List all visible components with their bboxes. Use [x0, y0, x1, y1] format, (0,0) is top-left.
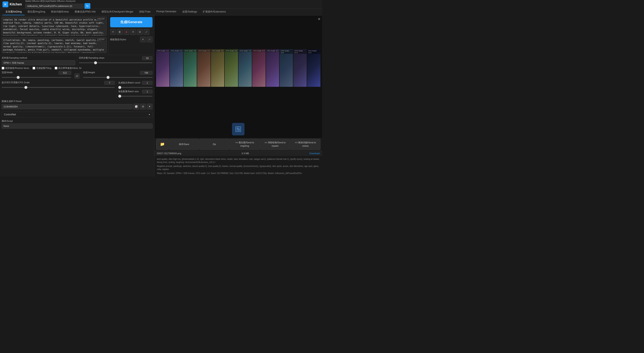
height-slider[interactable] [83, 77, 152, 78]
cfg-img-11[interactable]: CFG Scale: 11.0 [293, 49, 307, 87]
seed-input[interactable] [2, 104, 132, 109]
cfg-img-5[interactable]: CFG Scale: 5.0 [211, 49, 224, 87]
sampling-method-dropdown[interactable]: DPM++ SDE Karras [2, 60, 75, 65]
tab-checkpoint-merger[interactable]: 模型合并/Checkpoint Merger [99, 9, 136, 15]
expand-styles-button[interactable]: ⤢ [147, 36, 152, 42]
apply-style-button[interactable]: ● [124, 29, 129, 35]
script-section: 脚本/Script None [0, 118, 154, 130]
cfg-img-4[interactable]: CFG Scale: 4.0 [197, 49, 210, 87]
send-to-inpaint-button[interactable]: >> 局部绘制/Send to inpaint [260, 139, 290, 150]
cfg-slider[interactable] [2, 87, 115, 88]
refresh-model-button[interactable]: ↻ [84, 3, 90, 9]
cfg-img-7[interactable]: CFG Scale: 7.0 [238, 49, 252, 87]
edit-style-button[interactable]: ✏ [110, 29, 116, 35]
negative-prompt-counter: 110/150 [96, 38, 105, 41]
logo-icon: K [2, 2, 8, 7]
sampling-method-label: 采样器/Sampling method [2, 56, 75, 60]
batch-size-label: 每批数量/Batch size [118, 90, 139, 93]
batch-count-input[interactable] [142, 81, 152, 85]
copy-style-button[interactable]: ⧉ [137, 29, 143, 35]
sampling-steps-section: 采样步数/Sampling steps [77, 55, 154, 66]
sampling-steps-slider[interactable] [79, 62, 152, 63]
image-viewer: CFG Scale: 1.0 CFG Scale: 2.0 CFG Scale:… [154, 16, 322, 138]
restore-faces-checkbox[interactable]: 面部修复/Restore faces [2, 66, 29, 70]
save-button[interactable]: 保存/Save [169, 139, 199, 150]
positive-prompt-input[interactable]: complex 3d render ultra detailed of a be… [2, 17, 106, 36]
hires-fix-checkbox[interactable]: 高分辨率修复/Hires. fix [55, 66, 82, 70]
batch-size-input[interactable] [142, 90, 152, 94]
height-input[interactable] [140, 71, 152, 75]
cfg-value-input[interactable] [104, 81, 115, 85]
send-to-extras-button[interactable]: >> 附加功能/Send to extras [290, 139, 320, 150]
positive-prompt-wrapper: 144/150 complex 3d render ultra detailed… [2, 17, 106, 36]
send-to-img2img-button[interactable]: >> 图生图/Send to img2img [230, 139, 260, 150]
styles-label: 模板预览/Styles [110, 38, 126, 41]
center-image-icon[interactable] [232, 123, 244, 136]
width-slider[interactable] [2, 77, 71, 78]
tab-extras[interactable]: 附加功能/Extras [48, 9, 72, 15]
clear-style-button[interactable]: ✕ [130, 29, 136, 35]
cfg-label-11: CFG Scale: 11.0 [294, 50, 307, 54]
cfg-img-9[interactable]: CFG Scale: 9.0 [266, 49, 279, 87]
height-section: 高度/Height [81, 70, 154, 80]
positive-info: best quality, ultra high res, (photoreal… [157, 158, 320, 164]
cfg-label: 提示词引导系数/CFG Scale [2, 81, 30, 85]
cfg-img-8[interactable]: CFG Scale: 8.0 [252, 49, 266, 87]
prompt-area: 144/150 complex 3d render ultra detailed… [0, 16, 154, 55]
cfg-img-12[interactable]: CFG Scale: 12.0 [307, 49, 320, 87]
model-dropdown[interactable]: chilloutmix_NiPrunedFp32Fix.safetensors … [25, 4, 84, 8]
center-icon-area [154, 120, 322, 138]
cfg-label-5: CFG Scale: 5.0 [211, 50, 224, 52]
sampling-steps-value[interactable] [142, 56, 152, 60]
tab-png-info[interactable]: 图像信息/PNG Info [72, 9, 99, 15]
width-label: 宽度/Width [2, 71, 13, 75]
cfg-img-10[interactable]: CFG Scale: 10.0 [280, 49, 293, 87]
open-folder-button[interactable]: 📁 [156, 139, 168, 150]
cfg-img-1[interactable]: CFG Scale: 1.0 [156, 49, 170, 87]
close-output-button[interactable]: ✕ [318, 17, 320, 21]
cfg-img-6[interactable]: CFG Scale: 6.0 [225, 49, 238, 87]
clear-styles-button[interactable]: ✕ [140, 36, 146, 42]
output-panel: ✕ CFG Scale: 1.0 CFG Scale: 2.0 [154, 16, 322, 176]
expand-style-button[interactable]: ⤢ [144, 29, 149, 35]
cfg-img-2[interactable]: CFG Scale: 2.0 [170, 49, 183, 87]
generate-button[interactable]: 生成/Generate [110, 17, 152, 27]
cfg-img-3[interactable]: CFG Scale: 3.0 [184, 49, 197, 87]
swap-dimensions-button[interactable]: ⇄ [74, 74, 80, 78]
model-selector: chilloutmix_NiPrunedFp32Fix.safetensors … [25, 3, 90, 9]
cfg-label-3: CFG Scale: 3.0 [184, 50, 197, 52]
batch-size-slider[interactable] [118, 96, 152, 96]
seed-dice-button[interactable]: 🎲 [133, 104, 139, 110]
tab-prompt-generator[interactable]: Prompt Generator [154, 9, 180, 15]
seed-extra-button[interactable]: ▼ [147, 104, 152, 110]
negative-prompt-input[interactable]: illustration, 3d, sepia, painting, carto… [2, 37, 106, 53]
download-link[interactable]: Download [310, 152, 320, 154]
width-input[interactable] [58, 71, 71, 75]
zip-button[interactable]: Zip [200, 139, 230, 150]
file-size: 6.9 MB [242, 152, 249, 154]
cfg-label-8: CFG Scale: 8.0 [253, 50, 265, 52]
cfg-section: 提示词引导系数/CFG Scale [0, 80, 116, 98]
image-strip[interactable]: CFG Scale: 1.0 CFG Scale: 2.0 CFG Scale:… [156, 49, 320, 87]
tab-settings[interactable]: 设置/Settings [180, 9, 200, 15]
batch-count-slider[interactable] [118, 87, 152, 88]
batch-section: 生成批次/Batch count 每批数量/Batch size [116, 80, 154, 98]
cfg-label-7: CFG Scale: 7.0 [239, 50, 252, 52]
settings-panel: 144/150 complex 3d render ultra detailed… [0, 16, 154, 176]
tab-train[interactable]: 训练/Train [136, 9, 153, 15]
script-label: 脚本/Script [2, 120, 152, 123]
tab-extensions[interactable]: 扩展插件/Extensions [200, 9, 229, 15]
batch-count-label: 生成批次/Batch count [118, 81, 140, 84]
seed-recycle-button[interactable]: ♻ [140, 104, 146, 110]
seed-input-row: 🎲 ♻ ▼ [2, 104, 152, 110]
delete-style-button[interactable]: 🗑 [117, 29, 123, 35]
tab-img2img[interactable]: 图生图/img2img [24, 9, 48, 15]
script-dropdown[interactable]: None [2, 124, 152, 128]
controlnet-header[interactable]: ControlNet ◄ [2, 112, 152, 117]
width-section: 宽度/Width [0, 70, 73, 80]
controlnet-label: ControlNet [4, 113, 16, 116]
model-path-label: Stable Diffusion 模型(ckpt)/Stable Diffusi… [25, 0, 90, 3]
tab-txt2img[interactable]: 文生图/txt2img [2, 9, 24, 15]
tiling-checkbox[interactable]: 无缝贴图/Tiling [32, 66, 51, 70]
nav-tabs: 文生图/txt2img 图生图/img2img 附加功能/Extras 图像信息… [0, 9, 322, 16]
